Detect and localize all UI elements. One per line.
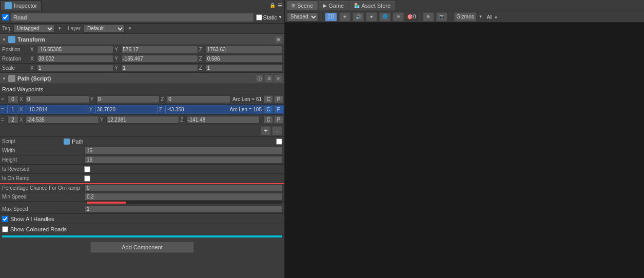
2d-btn[interactable]: 2D (325, 12, 337, 22)
scale-x-input[interactable] (37, 64, 113, 72)
pos-x-input[interactable] (37, 46, 113, 53)
scale-z-input[interactable] (206, 64, 282, 72)
fx-btn[interactable]: ✦ (366, 12, 377, 22)
lighting-btn[interactable]: ☀ (339, 12, 350, 22)
script-label-text: Script (2, 138, 64, 144)
wp-0-c-btn[interactable]: C (264, 95, 273, 103)
camera-align-btn[interactable]: 📷 (436, 12, 447, 22)
wp-0-x-input[interactable] (26, 95, 89, 103)
transform-header[interactable]: ▼ Transform ⚙ (0, 34, 284, 45)
toolbar-sep-3 (451, 13, 451, 21)
path-script-gear-btn[interactable]: ✕ (274, 74, 282, 83)
rot-x-group: X (30, 55, 113, 63)
scene-tab-icon: ⊞ (291, 3, 296, 8)
rot-x-input[interactable] (37, 55, 113, 63)
nav-btn[interactable]: ⊕ (423, 12, 434, 22)
pos-z-group: Z (199, 46, 282, 53)
wp-1-p-btn[interactable]: P (274, 106, 283, 113)
show-coloured-label: Show Coloured Roads (10, 226, 67, 232)
wp-1-y-input[interactable] (95, 106, 158, 113)
wp-2-index[interactable] (7, 116, 18, 124)
wp-0-index[interactable] (7, 95, 18, 103)
inspector-menu-icon[interactable]: ☰ (278, 3, 282, 8)
wp-1-x-label: X (19, 107, 25, 112)
toolbar-sep-1 (321, 13, 322, 21)
scale-y-input[interactable] (121, 64, 198, 72)
min-speed-input[interactable] (84, 193, 282, 201)
object-name-input[interactable] (11, 13, 254, 22)
path-script-info-btn[interactable]: ⓘ (256, 74, 264, 83)
object-active-checkbox[interactable] (2, 14, 9, 21)
is-reversed-checkbox[interactable] (84, 166, 90, 172)
static-dropdown-arrow[interactable]: ▼ (278, 15, 282, 19)
tag-dropdown[interactable]: Untagged (13, 25, 54, 33)
wp-0-y-input[interactable] (96, 95, 160, 103)
wp-2-p-btn[interactable]: P (274, 116, 283, 124)
wp-0-z-label: Z (161, 96, 166, 102)
path-script-arrow: ▼ (2, 76, 6, 81)
cyan-progress-bar (2, 235, 282, 237)
gizmos-arrow[interactable]: ▼ (478, 14, 482, 19)
show-handles-checkbox[interactable] (2, 216, 8, 222)
scene-toolbar: Shaded 2D ☀ 🔊 ✦ 🌐 ≋ 🎯0 ⊕ 📷 Gizmos ▼ All … (285, 11, 644, 23)
game-tab[interactable]: ▶ Game (319, 1, 348, 10)
rotation-row: Rotation X Y Z (0, 54, 284, 64)
script-circle-checkbox[interactable] (276, 138, 282, 145)
wp-2-y-input[interactable] (106, 116, 180, 124)
audio-btn[interactable]: 🔊 (353, 12, 364, 22)
wp-add-btn[interactable]: + (261, 126, 271, 135)
path-script-header[interactable]: ▼ Path (Script) ⓘ ⚙ ✕ (0, 73, 284, 84)
wp-2-y-label: Y (100, 117, 105, 123)
rot-y-input[interactable] (121, 55, 198, 63)
skybox-btn[interactable]: 🌐 (379, 12, 391, 22)
inspector-lock-icon[interactable]: 🔒 (269, 3, 276, 8)
wp-remove-btn[interactable]: - (272, 126, 282, 135)
gizmos-btn[interactable]: Gizmos (454, 12, 477, 22)
all-arrow[interactable]: ▼ (494, 15, 498, 20)
wp-0-z-input[interactable] (167, 95, 230, 103)
pos-x-group: X (30, 46, 113, 53)
wp-1-index[interactable] (7, 106, 18, 113)
wp-2-z-label: Z (180, 117, 185, 123)
static-checkbox[interactable] (256, 14, 262, 21)
rot-z-group: Z (199, 55, 282, 63)
width-label: Width (2, 148, 84, 153)
path-script-settings-btn[interactable]: ⚙ (265, 74, 273, 83)
scale-y-label: Y (114, 65, 121, 71)
scale-label: Scale (2, 65, 30, 71)
transform-settings-btn[interactable]: ⚙ (274, 35, 282, 44)
is-on-ramp-checkbox[interactable] (84, 175, 90, 182)
is-on-ramp-row: Is On Ramp (0, 174, 284, 183)
rot-z-input[interactable] (206, 55, 282, 63)
pos-y-input[interactable] (121, 46, 198, 53)
wp-1-c-btn[interactable]: C (264, 106, 273, 113)
max-speed-input[interactable] (84, 205, 282, 213)
wp-2-z-input[interactable] (186, 116, 260, 124)
wp-2-c-btn[interactable]: C (264, 116, 273, 124)
max-speed-label: Max Speed (2, 206, 84, 212)
inspector-tab[interactable]: Inspector (0, 1, 42, 10)
wp-1-x-input[interactable] (26, 106, 88, 113)
show-coloured-checkbox[interactable] (2, 226, 8, 232)
position-xyz: X Y Z (30, 46, 282, 53)
width-input[interactable] (84, 147, 282, 154)
wp-1-z-input[interactable] (165, 106, 228, 113)
height-row: Height (0, 155, 284, 165)
height-label: Height (2, 157, 84, 163)
layer-dropdown[interactable]: Default (84, 25, 125, 33)
asset-store-tab[interactable]: 🏪 Asset Store (349, 1, 395, 10)
inspector-tab-icon (5, 2, 12, 9)
height-input[interactable] (84, 156, 282, 164)
percentage-input[interactable] (84, 184, 282, 192)
pos-z-input[interactable] (206, 46, 282, 53)
fog-btn[interactable]: ≋ (393, 12, 404, 22)
wp-0-p-btn[interactable]: P (274, 95, 283, 103)
add-component-button[interactable]: Add Component (90, 242, 194, 253)
scene-tab[interactable]: ⊞ Scene (287, 1, 318, 10)
wp-2-x-input[interactable] (26, 116, 99, 124)
waypoint-row-1: = X Y Z Arc Len = 105 C P (0, 105, 284, 115)
tag-layer-row: Tag Untagged ▼ Layer Default ▼ (0, 24, 284, 34)
game-tab-icon: ▶ (323, 3, 327, 8)
transform-arrow: ▼ (2, 37, 6, 42)
shaded-dropdown[interactable]: Shaded (287, 12, 318, 22)
